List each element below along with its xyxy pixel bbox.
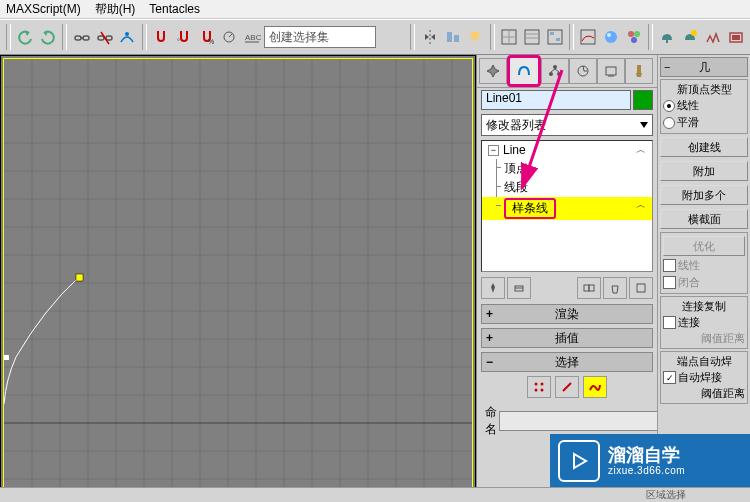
stack-root-line[interactable]: − Line ︿ (482, 141, 652, 159)
align-button[interactable] (442, 23, 463, 51)
svg-rect-73 (637, 65, 641, 73)
menu-bar: MAXScript(M) 帮助(H) Tentacles (0, 0, 750, 19)
attach-button[interactable]: 附加 (660, 161, 748, 181)
viewport[interactable] (0, 55, 476, 502)
viewport-active-border (3, 58, 473, 502)
spline-endpoint[interactable] (4, 355, 9, 360)
svg-text:%: % (208, 38, 214, 45)
interpolation-rollout: +插值 (481, 328, 653, 348)
svg-point-82 (541, 389, 544, 392)
motion-tab[interactable] (569, 58, 597, 84)
svg-line-69 (555, 69, 559, 72)
connect-check[interactable]: 连接 (663, 314, 745, 331)
smooth-radio[interactable]: 平滑 (663, 114, 745, 131)
curve-editor-button[interactable] (499, 23, 520, 51)
stack-sub-vertex[interactable]: 顶点 (482, 159, 652, 178)
utilities-tab[interactable] (625, 58, 653, 84)
stack-sub-segment[interactable]: 线段 (482, 178, 652, 197)
hierarchy-tab[interactable] (541, 58, 569, 84)
selection-rollout-header[interactable]: −选择 (481, 352, 653, 372)
linear-radio[interactable]: 线性 (663, 97, 745, 114)
render-frame-button[interactable] (725, 23, 746, 51)
optimize-button[interactable]: 优化 (663, 236, 745, 256)
named-label: 命名 (485, 404, 497, 438)
material-editor-button[interactable] (601, 23, 622, 51)
selection-set-text: 创建选择集 (269, 29, 329, 46)
create-line-button[interactable]: 创建线 (660, 137, 748, 157)
menu-help[interactable]: 帮助(H) (95, 1, 136, 18)
modify-tab[interactable] (507, 55, 541, 87)
svg-point-29 (631, 37, 637, 43)
object-color-swatch[interactable] (633, 90, 653, 110)
spline-level-icon[interactable] (583, 376, 607, 398)
svg-point-65 (553, 65, 557, 69)
svg-rect-71 (606, 67, 616, 75)
connect-copy-group: 连接复制 连接 阈值距离 (660, 296, 748, 349)
redo-button[interactable] (38, 23, 59, 51)
spline-vertex[interactable] (76, 274, 83, 281)
closed-check[interactable]: 闭合 (663, 274, 745, 291)
modifier-list-label: 修改器列表 (486, 117, 546, 134)
menu-maxscript[interactable]: MAXScript(M) (6, 2, 81, 16)
watermark-title: 溜溜自学 (608, 446, 685, 466)
svg-point-80 (541, 383, 544, 386)
interpolation-rollout-header[interactable]: +插值 (481, 328, 653, 348)
percent-snap-button[interactable]: % (196, 23, 217, 51)
make-unique-button[interactable] (577, 277, 601, 299)
svg-point-28 (634, 31, 640, 37)
svg-rect-76 (584, 285, 589, 291)
segment-level-icon[interactable] (555, 376, 579, 398)
svg-line-68 (551, 69, 555, 72)
svg-text:°: ° (177, 38, 180, 45)
render-setup-button[interactable] (657, 23, 678, 51)
mirror-button[interactable] (419, 23, 440, 51)
modifier-list-dropdown[interactable]: 修改器列表 (481, 114, 653, 136)
auto-weld-check[interactable]: 自动焊接 (663, 369, 745, 386)
linear-check[interactable]: 线性 (663, 257, 745, 274)
create-tab[interactable] (479, 58, 507, 84)
display-tab[interactable] (597, 58, 625, 84)
material-browser-button[interactable] (623, 23, 644, 51)
schematic-view-button[interactable] (544, 23, 565, 51)
vertex-level-icon[interactable] (527, 376, 551, 398)
pin-stack-button[interactable] (481, 277, 505, 299)
render-rollout-header[interactable]: +渲染 (481, 304, 653, 324)
configure-button[interactable] (629, 277, 653, 299)
remove-mod-button[interactable] (603, 277, 627, 299)
geometry-rollout-header[interactable]: −几 (660, 57, 748, 77)
menu-tentacles[interactable]: Tentacles (149, 2, 200, 16)
object-name-input[interactable]: Line01 (481, 90, 631, 110)
svg-point-26 (607, 33, 611, 37)
named-sel-abc-button[interactable]: ABC (242, 23, 263, 51)
named-selection-input[interactable] (499, 411, 674, 431)
quick-render-button[interactable] (703, 23, 724, 51)
dope-sheet-button[interactable] (521, 23, 542, 51)
separator (490, 24, 495, 50)
render-button[interactable] (680, 23, 701, 51)
angle-snap-button[interactable]: ° (173, 23, 194, 51)
attach-mult-button[interactable]: 附加多个 (660, 185, 748, 205)
snap-toggle-button[interactable] (151, 23, 172, 51)
show-end-result-button[interactable] (507, 277, 531, 299)
watermark-logo-icon (558, 440, 600, 482)
unlink-button[interactable] (94, 23, 115, 51)
selection-set-dropdown[interactable]: 创建选择集 (264, 26, 375, 48)
stack-sub-spline[interactable]: 样条线 ︿ (482, 197, 652, 220)
modifier-stack[interactable]: − Line ︿ 顶点 线段 样条线 ︿ (481, 140, 653, 272)
spinner-snap-button[interactable] (219, 23, 240, 51)
link-button[interactable] (71, 23, 92, 51)
separator (62, 24, 67, 50)
cross-section-button[interactable]: 横截面 (660, 209, 748, 229)
graph-editor-button[interactable] (578, 23, 599, 51)
stack-collapse-icon[interactable]: ︿ (636, 143, 646, 157)
svg-point-81 (535, 389, 538, 392)
undo-button[interactable] (15, 23, 36, 51)
layers-button[interactable] (465, 23, 486, 51)
bind-spacewarp-button[interactable] (117, 23, 138, 51)
svg-point-66 (549, 72, 553, 76)
optimize-group: 优化 线性 闭合 (660, 232, 748, 294)
viewport-canvas (4, 59, 472, 501)
separator (569, 24, 574, 50)
svg-rect-13 (447, 32, 452, 42)
svg-rect-23 (556, 38, 560, 41)
